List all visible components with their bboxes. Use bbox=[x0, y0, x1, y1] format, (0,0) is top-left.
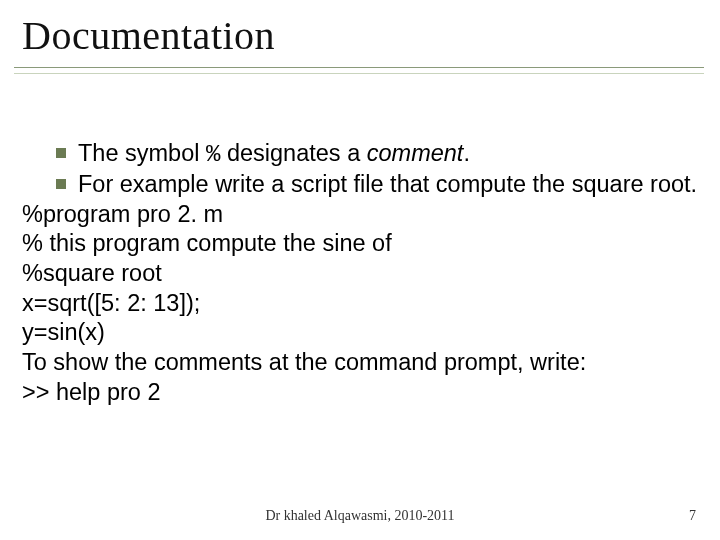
footer-author: Dr khaled Alqawasmi, 2010-2011 bbox=[0, 508, 720, 524]
code-line: %program pro 2. m bbox=[22, 200, 698, 230]
slide: Documentation The symbol % designates a … bbox=[0, 0, 720, 540]
text-fragment: The symbol bbox=[78, 140, 206, 166]
title-divider bbox=[22, 65, 698, 77]
code-line: y=sin(x) bbox=[22, 318, 698, 348]
code-line: %square root bbox=[22, 259, 698, 289]
text-fragment: . bbox=[463, 140, 470, 166]
bullet-item: For example write a script file that com… bbox=[22, 170, 698, 200]
text-fragment: designates a bbox=[220, 140, 366, 166]
emphasis-comment: comment bbox=[367, 140, 464, 166]
square-bullet-icon bbox=[56, 179, 66, 189]
bullet-text: The symbol % designates a comment. bbox=[78, 139, 698, 170]
code-line: >> help pro 2 bbox=[22, 378, 698, 408]
percent-symbol: % bbox=[206, 141, 220, 168]
slide-body: The symbol % designates a comment. For e… bbox=[22, 139, 698, 407]
bullet-text: For example write a script file that com… bbox=[78, 170, 698, 200]
text-line: To show the comments at the command prom… bbox=[22, 348, 698, 378]
page-number: 7 bbox=[689, 508, 696, 524]
page-title: Documentation bbox=[22, 12, 698, 63]
code-line: x=sqrt([5: 2: 13]); bbox=[22, 289, 698, 319]
bullet-item: The symbol % designates a comment. bbox=[22, 139, 698, 170]
code-line: % this program compute the sine of bbox=[22, 229, 698, 259]
divider-line-bottom bbox=[14, 73, 704, 74]
square-bullet-icon bbox=[56, 148, 66, 158]
divider-line-top bbox=[14, 67, 704, 68]
